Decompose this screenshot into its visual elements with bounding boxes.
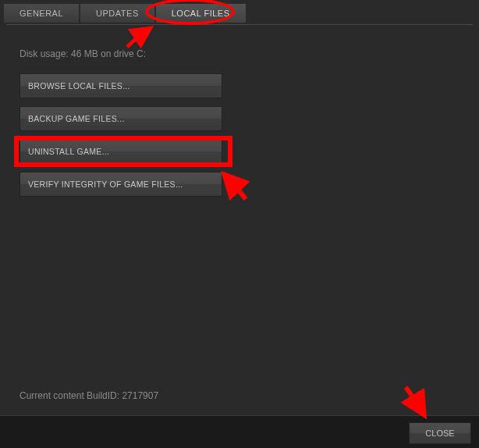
content-area: Disk usage: 46 MB on drive C: BROWSE LOC… [0, 25, 479, 228]
browse-local-files-button[interactable]: BROWSE LOCAL FILES... [20, 73, 222, 98]
backup-game-files-button[interactable]: BACKUP GAME FILES... [20, 106, 222, 131]
tab-general[interactable]: GENERAL [4, 4, 79, 23]
tab-bar: GENERAL UPDATES LOCAL FILES [0, 0, 479, 23]
build-id-label: Current content BuildID: 2717907 [20, 390, 158, 401]
disk-usage-label: Disk usage: 46 MB on drive C: [20, 48, 459, 59]
verify-integrity-button[interactable]: VERIFY INTEGRITY OF GAME FILES... [20, 172, 222, 197]
close-button[interactable]: CLOSE [409, 422, 471, 444]
footer: CLOSE [0, 415, 479, 448]
uninstall-game-button[interactable]: UNINSTALL GAME... [20, 139, 222, 164]
tab-local-files[interactable]: LOCAL FILES [156, 4, 246, 23]
tab-updates[interactable]: UPDATES [80, 4, 154, 23]
